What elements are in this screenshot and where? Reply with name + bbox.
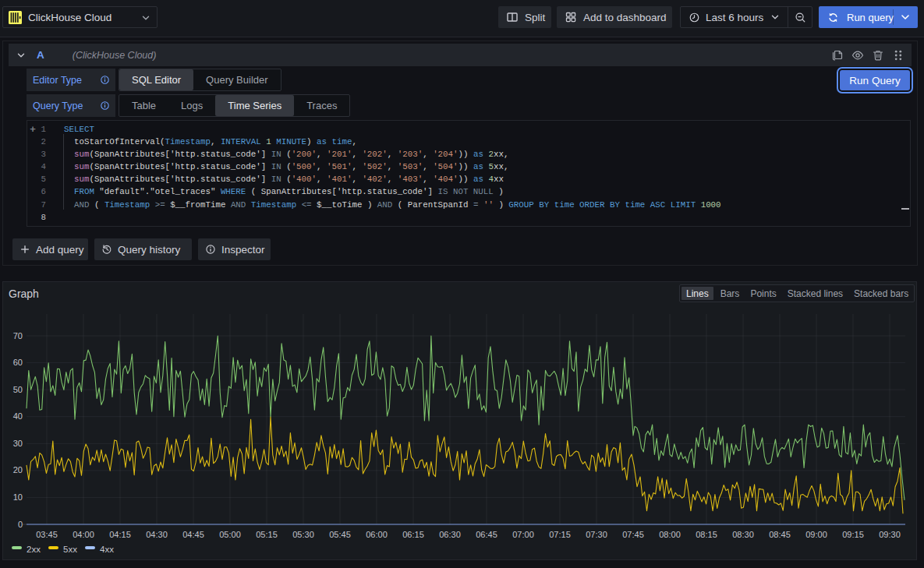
svg-text:06:30: 06:30 [439,530,461,539]
svg-text:5xx: 5xx [63,545,77,554]
svg-text:06:45: 06:45 [476,530,497,539]
svg-text:07:15: 07:15 [549,530,571,539]
svg-text:06:00: 06:00 [366,530,388,539]
svg-text:05:45: 05:45 [329,530,351,539]
svg-text:30: 30 [13,439,23,448]
svg-text:4xx: 4xx [100,545,114,554]
svg-text:05:00: 05:00 [219,530,241,539]
svg-text:04:15: 04:15 [109,530,131,539]
svg-text:0: 0 [18,520,23,529]
svg-text:05:30: 05:30 [292,530,314,539]
svg-text:06:15: 06:15 [402,530,424,539]
svg-text:04:45: 04:45 [182,530,204,539]
svg-text:04:00: 04:00 [73,530,94,539]
svg-text:07:45: 07:45 [622,530,644,539]
svg-text:07:30: 07:30 [586,530,607,539]
svg-text:04:30: 04:30 [146,530,168,539]
svg-text:70: 70 [13,331,23,340]
svg-text:08:30: 08:30 [732,530,754,539]
svg-text:07:00: 07:00 [512,530,534,539]
svg-text:08:00: 08:00 [659,530,681,539]
svg-text:10: 10 [13,492,23,502]
svg-text:03:45: 03:45 [36,530,58,539]
svg-text:20: 20 [13,465,23,475]
svg-text:05:15: 05:15 [256,530,278,539]
svg-text:50: 50 [13,385,23,394]
svg-text:08:45: 08:45 [769,530,791,539]
svg-text:09:15: 09:15 [842,530,864,539]
svg-text:60: 60 [13,358,23,367]
svg-text:08:15: 08:15 [696,530,717,539]
svg-text:09:00: 09:00 [805,530,827,539]
svg-text:40: 40 [13,411,23,421]
svg-text:09:30: 09:30 [879,530,901,539]
svg-text:2xx: 2xx [27,545,41,554]
